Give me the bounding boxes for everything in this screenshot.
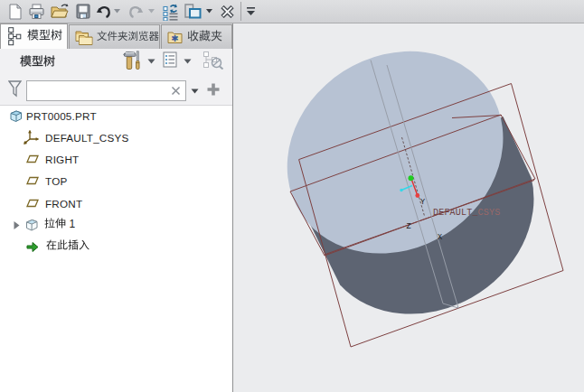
svg-text:DEFAULT_CSYS: DEFAULT_CSYS [433,208,500,218]
svg-text:Y: Y [420,198,425,207]
svg-text:Z: Z [407,222,411,231]
svg-text:✱: ✱ [171,33,178,42]
svg-text:X: X [438,233,442,242]
svg-text:1: 1 [70,218,75,230]
